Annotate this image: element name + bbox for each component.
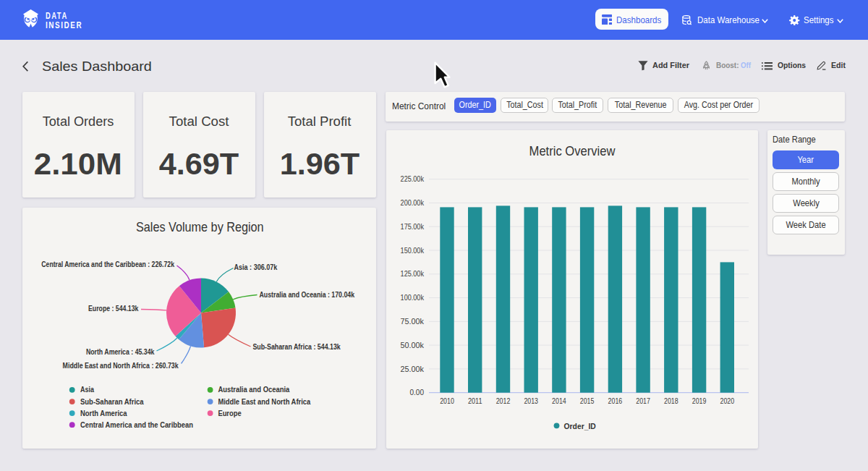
svg-text:125.00k: 125.00k (401, 269, 425, 278)
svg-text:Australia and Oceania : 170.04: Australia and Oceania : 170.04k (260, 290, 355, 299)
svg-text:Asia : 306.07k: Asia : 306.07k (234, 263, 278, 271)
svg-text:175.00k: 175.00k (401, 222, 425, 231)
svg-text:Metric Overview: Metric Overview (529, 143, 616, 158)
svg-text:Central America and the Caribb: Central America and the Caribbean : 226.… (41, 260, 174, 268)
svg-text:2018: 2018 (664, 396, 678, 405)
svg-text:150.00k: 150.00k (401, 246, 425, 255)
svg-text:2014: 2014 (552, 396, 566, 405)
svg-text:Europe: Europe (218, 409, 241, 417)
svg-text:75.00k: 75.00k (401, 317, 425, 326)
svg-text:25.00k: 25.00k (401, 365, 425, 373)
svg-text:Middle East and North Africa: Middle East and North Africa (218, 397, 310, 406)
svg-text:2012: 2012 (496, 396, 511, 405)
svg-text:2011: 2011 (468, 396, 482, 405)
svg-text:North America : 45.34k: North America : 45.34k (86, 347, 155, 356)
svg-text:2015: 2015 (580, 396, 595, 405)
svg-text:100.00k: 100.00k (401, 293, 425, 302)
svg-text:Sub-Saharan Africa : 544.13k: Sub-Saharan Africa : 544.13k (252, 342, 340, 351)
svg-text:Sales Volume by Region: Sales Volume by Region (136, 219, 264, 234)
svg-text:Europe : 544.13k: Europe : 544.13k (88, 304, 138, 313)
svg-text:Australia and Oceania: Australia and Oceania (218, 385, 289, 394)
svg-text:Middle East and North Africa :: Middle East and North Africa : 260.73k (63, 361, 179, 370)
svg-text:2019: 2019 (692, 396, 707, 405)
svg-text:2020: 2020 (720, 396, 735, 405)
svg-text:North America: North America (80, 409, 127, 417)
svg-text:Sub-Saharan Africa: Sub-Saharan Africa (80, 397, 144, 406)
svg-text:2010: 2010 (440, 396, 454, 405)
svg-text:200.00k: 200.00k (401, 198, 425, 207)
svg-text:Asia: Asia (80, 385, 94, 394)
svg-text:2013: 2013 (524, 396, 538, 405)
svg-text:0.00: 0.00 (410, 388, 425, 396)
svg-text:2016: 2016 (608, 396, 623, 405)
svg-text:Central America and the Caribb: Central America and the Caribbean (80, 420, 193, 429)
svg-text:Order_ID: Order_ID (564, 422, 597, 430)
svg-text:50.00k: 50.00k (401, 341, 425, 349)
svg-text:2017: 2017 (636, 396, 650, 405)
svg-text:225.00k: 225.00k (401, 174, 425, 183)
